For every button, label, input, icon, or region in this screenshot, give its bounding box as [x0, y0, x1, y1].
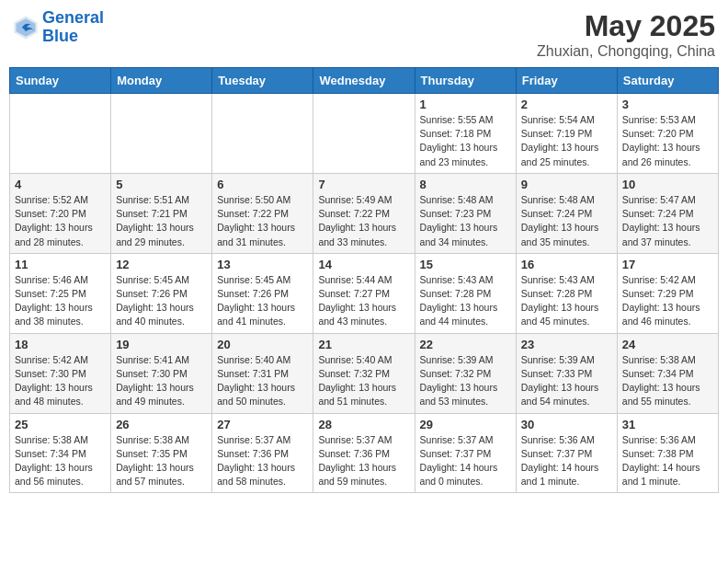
- day-number: 25: [15, 418, 106, 431]
- weekday-header-sunday: Sunday: [10, 68, 111, 94]
- title-area: May 2025 Zhuxian, Chongqing, China: [537, 9, 715, 60]
- day-number: 1: [420, 98, 511, 111]
- week-row-1: 1Sunrise: 5:55 AM Sunset: 7:18 PM Daylig…: [10, 94, 719, 174]
- logo: GeneralBlue: [13, 9, 104, 46]
- day-info: Sunrise: 5:47 AM Sunset: 7:24 PM Dayligh…: [622, 193, 713, 249]
- day-info: Sunrise: 5:36 AM Sunset: 7:37 PM Dayligh…: [521, 433, 612, 489]
- day-cell-11: 11Sunrise: 5:46 AM Sunset: 7:25 PM Dayli…: [10, 253, 111, 333]
- day-number: 11: [15, 258, 106, 271]
- day-cell-21: 21Sunrise: 5:40 AM Sunset: 7:32 PM Dayli…: [313, 333, 415, 413]
- day-number: 5: [116, 178, 207, 191]
- day-cell-5: 5Sunrise: 5:51 AM Sunset: 7:21 PM Daylig…: [111, 173, 212, 253]
- empty-cell: [111, 94, 212, 174]
- week-row-4: 18Sunrise: 5:42 AM Sunset: 7:30 PM Dayli…: [10, 333, 719, 413]
- day-number: 16: [521, 258, 612, 271]
- day-number: 22: [420, 338, 511, 351]
- week-row-3: 11Sunrise: 5:46 AM Sunset: 7:25 PM Dayli…: [10, 253, 719, 333]
- day-info: Sunrise: 5:51 AM Sunset: 7:21 PM Dayligh…: [116, 193, 207, 249]
- day-info: Sunrise: 5:39 AM Sunset: 7:33 PM Dayligh…: [521, 353, 612, 409]
- day-info: Sunrise: 5:44 AM Sunset: 7:27 PM Dayligh…: [318, 273, 409, 329]
- empty-cell: [212, 94, 313, 174]
- day-number: 31: [622, 418, 713, 431]
- day-info: Sunrise: 5:37 AM Sunset: 7:36 PM Dayligh…: [217, 433, 308, 489]
- weekday-header-thursday: Thursday: [415, 68, 516, 94]
- day-info: Sunrise: 5:38 AM Sunset: 7:34 PM Dayligh…: [15, 433, 106, 489]
- empty-cell: [313, 94, 415, 174]
- day-number: 26: [116, 418, 207, 431]
- day-info: Sunrise: 5:39 AM Sunset: 7:32 PM Dayligh…: [420, 353, 511, 409]
- day-cell-13: 13Sunrise: 5:45 AM Sunset: 7:26 PM Dayli…: [212, 253, 313, 333]
- day-cell-30: 30Sunrise: 5:36 AM Sunset: 7:37 PM Dayli…: [516, 413, 617, 493]
- day-cell-14: 14Sunrise: 5:44 AM Sunset: 7:27 PM Dayli…: [313, 253, 415, 333]
- empty-cell: [10, 94, 111, 174]
- logo-text: GeneralBlue: [42, 9, 104, 46]
- day-info: Sunrise: 5:46 AM Sunset: 7:25 PM Dayligh…: [15, 273, 106, 329]
- weekday-header-wednesday: Wednesday: [313, 68, 415, 94]
- day-info: Sunrise: 5:42 AM Sunset: 7:29 PM Dayligh…: [622, 273, 713, 329]
- weekday-header-tuesday: Tuesday: [212, 68, 313, 94]
- day-info: Sunrise: 5:49 AM Sunset: 7:22 PM Dayligh…: [318, 193, 409, 249]
- day-info: Sunrise: 5:43 AM Sunset: 7:28 PM Dayligh…: [420, 273, 511, 329]
- day-cell-12: 12Sunrise: 5:45 AM Sunset: 7:26 PM Dayli…: [111, 253, 212, 333]
- day-cell-17: 17Sunrise: 5:42 AM Sunset: 7:29 PM Dayli…: [617, 253, 718, 333]
- calendar-table: SundayMondayTuesdayWednesdayThursdayFrid…: [9, 67, 719, 493]
- day-number: 21: [318, 338, 409, 351]
- day-number: 13: [217, 258, 308, 271]
- week-row-2: 4Sunrise: 5:52 AM Sunset: 7:20 PM Daylig…: [10, 173, 719, 253]
- day-number: 8: [420, 178, 511, 191]
- weekday-header-friday: Friday: [516, 68, 617, 94]
- week-row-5: 25Sunrise: 5:38 AM Sunset: 7:34 PM Dayli…: [10, 413, 719, 493]
- day-info: Sunrise: 5:53 AM Sunset: 7:20 PM Dayligh…: [622, 113, 713, 169]
- day-info: Sunrise: 5:54 AM Sunset: 7:19 PM Dayligh…: [521, 113, 612, 169]
- day-info: Sunrise: 5:41 AM Sunset: 7:30 PM Dayligh…: [116, 353, 207, 409]
- day-info: Sunrise: 5:45 AM Sunset: 7:26 PM Dayligh…: [217, 273, 308, 329]
- day-cell-15: 15Sunrise: 5:43 AM Sunset: 7:28 PM Dayli…: [415, 253, 516, 333]
- day-number: 4: [15, 178, 106, 191]
- day-cell-29: 29Sunrise: 5:37 AM Sunset: 7:37 PM Dayli…: [415, 413, 516, 493]
- day-number: 20: [217, 338, 308, 351]
- logo-icon: [13, 15, 39, 40]
- day-cell-7: 7Sunrise: 5:49 AM Sunset: 7:22 PM Daylig…: [313, 173, 415, 253]
- day-cell-6: 6Sunrise: 5:50 AM Sunset: 7:22 PM Daylig…: [212, 173, 313, 253]
- day-cell-18: 18Sunrise: 5:42 AM Sunset: 7:30 PM Dayli…: [10, 333, 111, 413]
- day-cell-2: 2Sunrise: 5:54 AM Sunset: 7:19 PM Daylig…: [516, 94, 617, 174]
- day-number: 29: [420, 418, 511, 431]
- day-number: 7: [318, 178, 409, 191]
- day-cell-19: 19Sunrise: 5:41 AM Sunset: 7:30 PM Dayli…: [111, 333, 212, 413]
- day-info: Sunrise: 5:36 AM Sunset: 7:38 PM Dayligh…: [622, 433, 713, 489]
- day-info: Sunrise: 5:40 AM Sunset: 7:32 PM Dayligh…: [318, 353, 409, 409]
- day-number: 2: [521, 98, 612, 111]
- day-info: Sunrise: 5:40 AM Sunset: 7:31 PM Dayligh…: [217, 353, 308, 409]
- day-cell-4: 4Sunrise: 5:52 AM Sunset: 7:20 PM Daylig…: [10, 173, 111, 253]
- day-number: 18: [15, 338, 106, 351]
- day-cell-20: 20Sunrise: 5:40 AM Sunset: 7:31 PM Dayli…: [212, 333, 313, 413]
- day-number: 23: [521, 338, 612, 351]
- day-number: 24: [622, 338, 713, 351]
- location-title: Zhuxian, Chongqing, China: [537, 43, 715, 60]
- weekday-header-saturday: Saturday: [617, 68, 718, 94]
- weekday-header-monday: Monday: [111, 68, 212, 94]
- day-number: 28: [318, 418, 409, 431]
- day-info: Sunrise: 5:42 AM Sunset: 7:30 PM Dayligh…: [15, 353, 106, 409]
- day-cell-3: 3Sunrise: 5:53 AM Sunset: 7:20 PM Daylig…: [617, 94, 718, 174]
- day-info: Sunrise: 5:48 AM Sunset: 7:23 PM Dayligh…: [420, 193, 511, 249]
- day-info: Sunrise: 5:55 AM Sunset: 7:18 PM Dayligh…: [420, 113, 511, 169]
- day-number: 6: [217, 178, 308, 191]
- day-info: Sunrise: 5:52 AM Sunset: 7:20 PM Dayligh…: [15, 193, 106, 249]
- day-cell-24: 24Sunrise: 5:38 AM Sunset: 7:34 PM Dayli…: [617, 333, 718, 413]
- month-title: May 2025: [537, 9, 715, 43]
- day-cell-25: 25Sunrise: 5:38 AM Sunset: 7:34 PM Dayli…: [10, 413, 111, 493]
- day-info: Sunrise: 5:37 AM Sunset: 7:37 PM Dayligh…: [420, 433, 511, 489]
- day-cell-1: 1Sunrise: 5:55 AM Sunset: 7:18 PM Daylig…: [415, 94, 516, 174]
- day-number: 10: [622, 178, 713, 191]
- day-cell-27: 27Sunrise: 5:37 AM Sunset: 7:36 PM Dayli…: [212, 413, 313, 493]
- day-cell-10: 10Sunrise: 5:47 AM Sunset: 7:24 PM Dayli…: [617, 173, 718, 253]
- day-info: Sunrise: 5:45 AM Sunset: 7:26 PM Dayligh…: [116, 273, 207, 329]
- day-cell-31: 31Sunrise: 5:36 AM Sunset: 7:38 PM Dayli…: [617, 413, 718, 493]
- day-info: Sunrise: 5:50 AM Sunset: 7:22 PM Dayligh…: [217, 193, 308, 249]
- day-number: 17: [622, 258, 713, 271]
- day-cell-22: 22Sunrise: 5:39 AM Sunset: 7:32 PM Dayli…: [415, 333, 516, 413]
- day-cell-8: 8Sunrise: 5:48 AM Sunset: 7:23 PM Daylig…: [415, 173, 516, 253]
- day-info: Sunrise: 5:38 AM Sunset: 7:34 PM Dayligh…: [622, 353, 713, 409]
- day-cell-23: 23Sunrise: 5:39 AM Sunset: 7:33 PM Dayli…: [516, 333, 617, 413]
